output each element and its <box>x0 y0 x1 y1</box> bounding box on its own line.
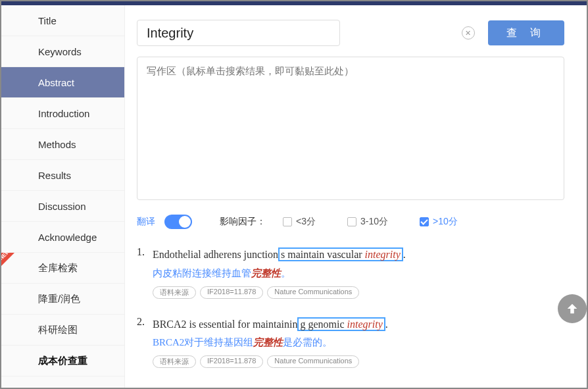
sidebar-item-results[interactable]: Results <box>1 160 124 191</box>
result-en-text: Endothelial adherens junctions maintain … <box>153 249 406 260</box>
result-body: Endothelial adherens junctions maintain … <box>153 246 564 299</box>
result-item[interactable]: 2. BRCA2 is essential for maintaining ge… <box>137 316 564 369</box>
result-tags: 语料来源 IF2018=11.878 Nature Communications <box>153 355 564 368</box>
checkbox-box-checked <box>420 217 429 226</box>
tag-journal[interactable]: Nature Communications <box>267 355 359 368</box>
sidebar: Title Keywords Abstract Introduction Met… <box>1 5 125 388</box>
result-en-text: BRCA2 is essential for maintaining genom… <box>153 319 388 330</box>
tag-if[interactable]: IF2018=11.878 <box>200 286 263 299</box>
scroll-to-top-button[interactable] <box>558 294 587 323</box>
en-box: g genomic <box>300 319 347 330</box>
result-item[interactable]: 1. Endothelial adherens junctions mainta… <box>137 246 564 299</box>
en-post: . <box>385 319 388 330</box>
result-number: 2. <box>137 316 150 328</box>
result-zh-text: BRCA2对于维持基因组完整性是必需的。 <box>153 336 564 349</box>
sidebar-label: 科研绘图 <box>38 324 78 336</box>
highlight-box: g genomic integrity <box>297 317 385 331</box>
translate-label: 翻译 <box>137 216 155 228</box>
clear-icon[interactable]: ✕ <box>462 26 475 39</box>
app-frame: Title Keywords Abstract Introduction Met… <box>0 0 588 389</box>
tag-source[interactable]: 语料来源 <box>153 286 196 299</box>
sidebar-item-rewrite[interactable]: 降重/润色 <box>1 284 124 315</box>
tag-journal[interactable]: Nature Communications <box>267 286 359 299</box>
sidebar-label: Results <box>38 170 71 181</box>
sidebar-label: 全库检索 <box>38 262 78 274</box>
sidebar-item-abstract[interactable]: Abstract <box>1 67 124 98</box>
filter-row: 翻译 影响因子： <3分 3-10分 >10分 <box>137 215 564 229</box>
sidebar-item-figure[interactable]: 科研绘图 <box>1 315 124 346</box>
sidebar-item-plagiarism[interactable]: 成本价查重 <box>1 346 124 376</box>
zh-post: 是必需的。 <box>283 337 332 348</box>
sidebar-item-discussion[interactable]: Discussion <box>1 191 124 222</box>
arrow-up-icon <box>565 301 579 316</box>
highlight-word: integrity <box>365 249 401 260</box>
checkbox-label: >10分 <box>433 216 458 228</box>
result-zh-text: 内皮粘附连接维持血管完整性。 <box>153 267 564 280</box>
result-body: BRCA2 is essential for maintaining genom… <box>153 316 564 369</box>
search-wrap: ✕ <box>137 20 481 46</box>
search-row: ✕ 查 询 <box>137 20 564 46</box>
zh-highlight: 完整性 <box>251 268 281 278</box>
en-box: s maintain vascular <box>281 249 365 260</box>
result-number: 1. <box>137 246 150 258</box>
checkbox-box <box>347 217 356 226</box>
translate-toggle[interactable] <box>164 215 192 229</box>
sidebar-label: Acknowledge <box>38 232 97 243</box>
writing-textarea[interactable] <box>137 57 564 200</box>
en-post: . <box>403 249 406 260</box>
toggle-knob <box>179 216 191 228</box>
zh-pre: BRCA2对于维持基因组 <box>153 337 253 348</box>
zh-highlight: 完整性 <box>253 337 283 348</box>
zh-pre: 内皮粘附连接维持血管 <box>153 268 251 278</box>
en-pre: BRCA2 is essential for maintainin <box>153 319 297 330</box>
sidebar-label: Discussion <box>38 201 86 212</box>
highlight-box: s maintain vascular integrity <box>278 247 403 261</box>
sidebar-label: 降重/润色 <box>38 293 80 305</box>
main-panel: ✕ 查 询 翻译 影响因子： <3分 3-10分 >10分 1. Endoth <box>125 5 587 388</box>
zh-post: 。 <box>281 268 291 278</box>
checkbox-gt10[interactable]: >10分 <box>420 216 458 228</box>
checkbox-3to10[interactable]: 3-10分 <box>347 216 388 228</box>
sidebar-item-keywords[interactable]: Keywords <box>1 36 124 67</box>
sidebar-label: Title <box>38 15 57 26</box>
impact-factor-label: 影响因子： <box>220 216 266 228</box>
container: Title Keywords Abstract Introduction Met… <box>1 5 587 388</box>
tag-source[interactable]: 语料来源 <box>153 355 196 368</box>
checkbox-label: <3分 <box>296 216 316 228</box>
sidebar-label: 成本价查重 <box>38 355 87 367</box>
checkbox-label: 3-10分 <box>360 216 388 228</box>
sidebar-item-acknowledge[interactable]: Acknowledge <box>1 222 124 253</box>
results-list: 1. Endothelial adherens junctions mainta… <box>137 246 564 368</box>
checkbox-box <box>283 217 292 226</box>
en-pre: Endothelial adherens junction <box>153 249 278 260</box>
sidebar-label: Introduction <box>38 108 89 119</box>
tag-if[interactable]: IF2018=11.878 <box>200 355 263 368</box>
search-input[interactable] <box>137 20 340 46</box>
sidebar-label: Abstract <box>38 77 74 88</box>
query-button[interactable]: 查 询 <box>488 20 564 45</box>
sidebar-item-fullsearch[interactable]: NEW 全库检索 <box>1 253 124 284</box>
checkbox-lt3[interactable]: <3分 <box>283 216 316 228</box>
sidebar-item-title[interactable]: Title <box>1 5 124 36</box>
sidebar-item-methods[interactable]: Methods <box>1 129 124 160</box>
sidebar-label: Methods <box>38 139 76 150</box>
result-tags: 语料来源 IF2018=11.878 Nature Communications <box>153 286 564 299</box>
sidebar-label: Keywords <box>38 46 82 57</box>
highlight-word: integrity <box>347 319 383 330</box>
sidebar-item-introduction[interactable]: Introduction <box>1 98 124 129</box>
